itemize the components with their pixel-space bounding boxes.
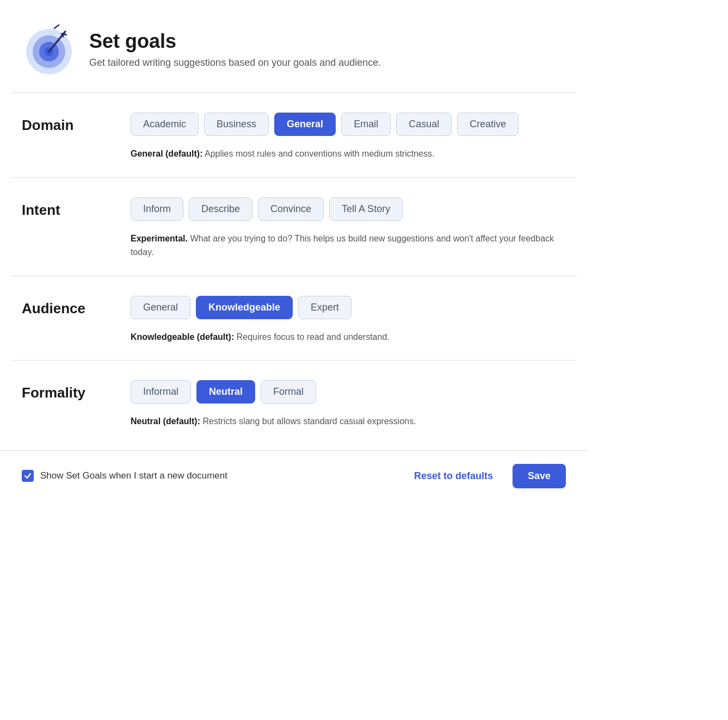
audience-option-knowledgeable[interactable]: Knowledgeable bbox=[196, 296, 293, 319]
footer-right: Reset to defaults Save bbox=[403, 464, 566, 488]
audience-section: Audience General Knowledgeable Expert Kn… bbox=[0, 276, 588, 361]
footer-left: Show Set Goals when I start a new docume… bbox=[22, 470, 227, 482]
domain-option-creative[interactable]: Creative bbox=[457, 113, 519, 136]
svg-line-6 bbox=[54, 25, 59, 28]
footer: Show Set Goals when I start a new docume… bbox=[0, 450, 588, 501]
page-subtitle: Get tailored writing suggestions based o… bbox=[89, 57, 381, 69]
intent-content: Inform Describe Convince Tell A Story Ex… bbox=[131, 197, 566, 259]
formality-label: Formality bbox=[22, 380, 109, 401]
header: Set goals Get tailored writing suggestio… bbox=[0, 0, 588, 92]
logo bbox=[22, 22, 76, 76]
audience-description-label: Knowledgeable (default): bbox=[131, 332, 234, 342]
reset-button[interactable]: Reset to defaults bbox=[403, 464, 504, 488]
page-title: Set goals bbox=[89, 30, 381, 53]
audience-description-text: Requires focus to read and understand. bbox=[234, 332, 390, 342]
intent-option-convince[interactable]: Convince bbox=[258, 197, 324, 221]
domain-content: Academic Business General Email Casual C… bbox=[131, 113, 566, 161]
show-goals-label: Show Set Goals when I start a new docume… bbox=[40, 470, 227, 481]
formality-description-label: Neutral (default): bbox=[131, 417, 200, 426]
audience-label: Audience bbox=[22, 296, 109, 317]
domain-pill-group: Academic Business General Email Casual C… bbox=[131, 113, 566, 136]
domain-section: Domain Academic Business General Email C… bbox=[0, 93, 588, 177]
intent-option-describe[interactable]: Describe bbox=[189, 197, 252, 221]
save-button[interactable]: Save bbox=[513, 464, 566, 488]
intent-description-text: What are you trying to do? This helps us… bbox=[131, 234, 554, 257]
domain-option-business[interactable]: Business bbox=[204, 113, 269, 136]
show-goals-checkbox[interactable] bbox=[22, 470, 34, 482]
header-text: Set goals Get tailored writing suggestio… bbox=[89, 30, 381, 69]
formality-content: Informal Neutral Formal Neutral (default… bbox=[131, 380, 566, 429]
domain-description-label: General (default): bbox=[131, 149, 202, 158]
formality-description-text: Restricts slang but allows standard casu… bbox=[200, 417, 416, 426]
domain-option-general[interactable]: General bbox=[274, 113, 336, 136]
domain-label: Domain bbox=[22, 113, 109, 134]
audience-pill-group: General Knowledgeable Expert bbox=[131, 296, 566, 319]
domain-description: General (default): Applies most rules an… bbox=[131, 147, 566, 161]
intent-option-inform[interactable]: Inform bbox=[131, 197, 183, 221]
audience-option-expert[interactable]: Expert bbox=[298, 296, 351, 319]
formality-section: Formality Informal Neutral Formal Neutra… bbox=[0, 361, 588, 445]
intent-description-label: Experimental. bbox=[131, 234, 188, 243]
domain-option-academic[interactable]: Academic bbox=[131, 113, 199, 136]
domain-option-casual[interactable]: Casual bbox=[396, 113, 452, 136]
formality-description: Neutral (default): Restricts slang but a… bbox=[131, 414, 566, 429]
intent-option-tell-a-story[interactable]: Tell A Story bbox=[329, 197, 403, 221]
intent-pill-group: Inform Describe Convince Tell A Story bbox=[131, 197, 566, 221]
formality-pill-group: Informal Neutral Formal bbox=[131, 380, 566, 404]
domain-option-email[interactable]: Email bbox=[341, 113, 391, 136]
formality-option-neutral[interactable]: Neutral bbox=[196, 380, 255, 404]
formality-option-informal[interactable]: Informal bbox=[131, 380, 191, 404]
audience-option-general[interactable]: General bbox=[131, 296, 190, 319]
domain-description-text: Applies most rules and conventions with … bbox=[202, 149, 434, 158]
formality-option-formal[interactable]: Formal bbox=[261, 380, 316, 404]
intent-label: Intent bbox=[22, 197, 109, 219]
audience-description: Knowledgeable (default): Requires focus … bbox=[131, 330, 566, 344]
intent-description: Experimental. What are you trying to do?… bbox=[131, 232, 566, 259]
audience-content: General Knowledgeable Expert Knowledgeab… bbox=[131, 296, 566, 344]
intent-section: Intent Inform Describe Convince Tell A S… bbox=[0, 178, 588, 276]
